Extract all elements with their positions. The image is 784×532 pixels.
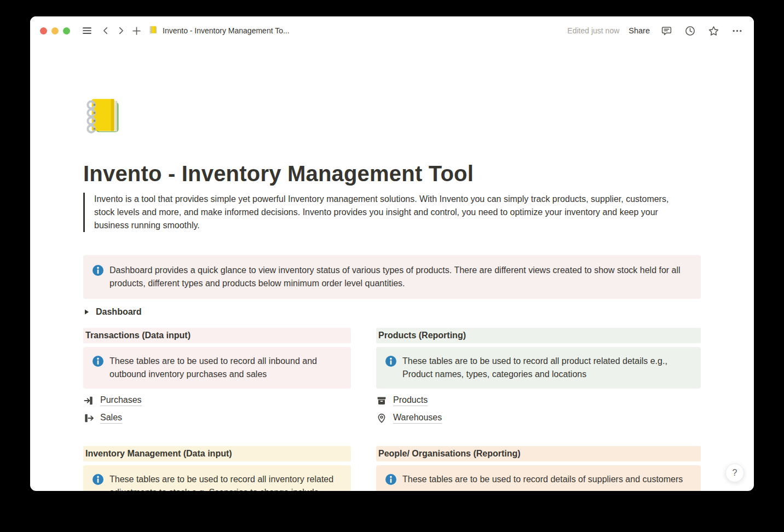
window-page-title: Invento - Inventory Management To... bbox=[163, 26, 290, 35]
info-icon bbox=[92, 473, 104, 485]
close-window-button[interactable] bbox=[40, 27, 47, 34]
forward-icon[interactable] bbox=[114, 24, 128, 38]
info-icon bbox=[92, 355, 104, 367]
titlebar: Invento - Inventory Management To... Edi… bbox=[30, 16, 754, 45]
page-link-warehouses[interactable]: Warehouses bbox=[376, 409, 442, 427]
dashboard-callout-text: Dashboard provides a quick glance to vie… bbox=[109, 264, 692, 290]
history-clock-icon[interactable] bbox=[683, 24, 697, 38]
transactions-callout: These tables are to be used to record al… bbox=[83, 347, 351, 389]
notebook-page-icon bbox=[149, 25, 158, 37]
page-link-sales[interactable]: Sales bbox=[83, 409, 122, 427]
help-button[interactable]: ? bbox=[725, 464, 744, 482]
section-heading-products: Products (Reporting) bbox=[376, 328, 701, 343]
ellipsis-menu-icon[interactable] bbox=[730, 24, 744, 38]
info-icon bbox=[92, 264, 104, 276]
page-content: Invento - Inventory Management Tool Inve… bbox=[30, 45, 754, 491]
products-callout: These tables are to be used to record al… bbox=[376, 347, 701, 389]
section-people-organisations: People/ Organisations (Reporting) These … bbox=[376, 446, 701, 491]
toggle-triangle-icon[interactable] bbox=[83, 309, 90, 315]
inventory-callout: These tables are to be used to record al… bbox=[83, 465, 351, 491]
section-heading-transactions: Transactions (Data input) bbox=[83, 328, 351, 343]
comment-icon[interactable] bbox=[659, 24, 673, 38]
inventory-callout-text: These tables are to be used to record al… bbox=[109, 473, 342, 491]
page-link-products[interactable]: Products bbox=[376, 392, 428, 409]
dashboard-toggle-label: Dashboard bbox=[96, 307, 142, 317]
favorite-star-icon[interactable] bbox=[706, 24, 720, 38]
zoom-window-button[interactable] bbox=[63, 27, 70, 34]
purchases-link-label[interactable]: Purchases bbox=[100, 395, 142, 406]
breadcrumb[interactable]: Invento - Inventory Management To... bbox=[149, 25, 290, 37]
page-title: Invento - Inventory Management Tool bbox=[83, 160, 701, 187]
door-enter-icon bbox=[83, 395, 94, 406]
warehouses-link-label[interactable]: Warehouses bbox=[393, 413, 442, 424]
archive-box-icon bbox=[376, 395, 387, 406]
app-window: Invento - Inventory Management To... Edi… bbox=[30, 16, 754, 491]
share-button[interactable]: Share bbox=[629, 26, 650, 35]
page-emoji-icon[interactable] bbox=[83, 95, 126, 137]
traffic-lights bbox=[40, 27, 70, 34]
people-callout-text: These tables are to be used to record de… bbox=[402, 473, 683, 486]
intro-quote: Invento is a tool that provides simple y… bbox=[83, 193, 690, 232]
location-pin-icon bbox=[376, 413, 387, 424]
dashboard-callout: Dashboard provides a quick glance to vie… bbox=[83, 255, 701, 299]
transactions-callout-text: These tables are to be used to record al… bbox=[109, 355, 342, 381]
section-heading-people: People/ Organisations (Reporting) bbox=[376, 446, 701, 461]
back-icon[interactable] bbox=[99, 24, 113, 38]
page-link-purchases[interactable]: Purchases bbox=[83, 392, 142, 409]
sidebar-menu-icon[interactable] bbox=[80, 24, 94, 38]
info-icon bbox=[385, 355, 397, 367]
section-transactions: Transactions (Data input) These tables a… bbox=[83, 328, 351, 427]
section-inventory-management: Inventory Management (Data input) These … bbox=[83, 446, 351, 491]
products-link-label[interactable]: Products bbox=[393, 395, 428, 406]
section-heading-inventory: Inventory Management (Data input) bbox=[83, 446, 351, 461]
sales-link-label[interactable]: Sales bbox=[100, 413, 122, 424]
section-products: Products (Reporting) These tables are to… bbox=[376, 328, 701, 427]
info-icon bbox=[385, 473, 397, 485]
new-tab-plus-icon[interactable] bbox=[129, 24, 143, 38]
dashboard-toggle[interactable]: Dashboard bbox=[83, 304, 142, 320]
door-exit-icon bbox=[83, 413, 94, 424]
people-callout: These tables are to be used to record de… bbox=[376, 465, 701, 491]
minimize-window-button[interactable] bbox=[51, 27, 59, 34]
edited-status: Edited just now bbox=[567, 26, 619, 35]
products-callout-text: These tables are to be used to record al… bbox=[402, 355, 692, 381]
